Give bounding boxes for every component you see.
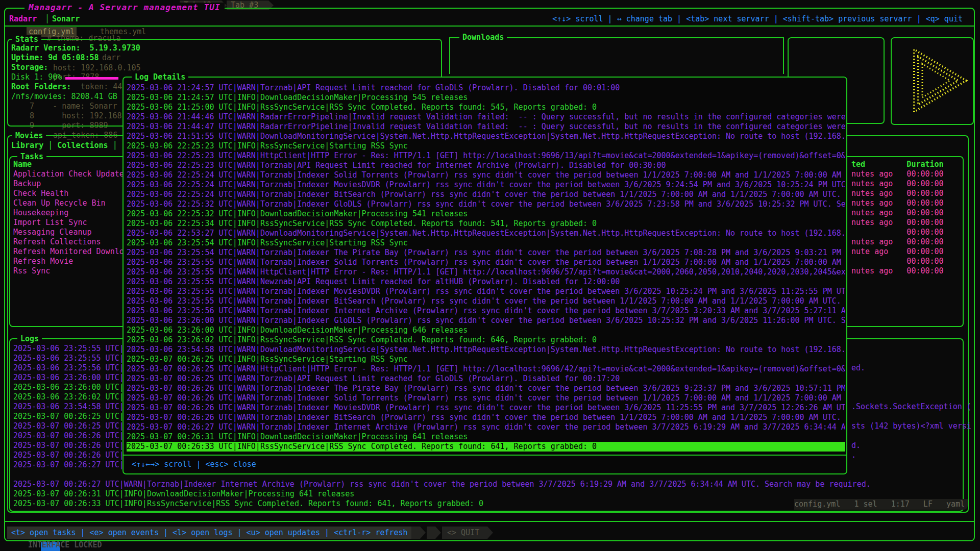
log-detail-row[interactable]: 2025-03-06 21:25:00 UTC|INFO|RssSyncServ… <box>127 103 845 112</box>
task-row[interactable]: Refresh Collections <box>13 237 124 247</box>
task-row[interactable]: Refresh Movie <box>13 257 124 266</box>
log-detail-row[interactable]: 2025-03-06 23:26:00 UTC|INFO|DownloadDec… <box>127 325 845 335</box>
task-row-values: 00:00:00 <box>851 257 944 266</box>
log-detail-row[interactable]: 2025-03-06 23:26:02 UTC|INFO|RssSyncServ… <box>127 335 845 345</box>
downloads-left-border <box>449 38 450 74</box>
log-detail-row[interactable]: 2025-03-06 23:25:55 UTC|WARN|HttpClient|… <box>127 267 845 277</box>
disk-usage-gauge <box>65 77 118 80</box>
task-row[interactable]: Application Check Update <box>13 169 124 179</box>
log-detail-row[interactable]: 2025-03-07 00:26:26 UTC|WARN|Torznab|Ind… <box>127 403 845 413</box>
log-detail-row[interactable]: 2025-03-07 00:26:26 UTC|WARN|Torznab|Ind… <box>127 413 845 422</box>
task-row-values: nutes ago 00:00:00 <box>851 266 944 276</box>
servarr-tab-separator: │ <box>45 14 50 24</box>
log-detail-row[interactable]: 2025-03-06 23:26:00 UTC|WARN|Torznab|Ind… <box>127 316 845 325</box>
log-row[interactable]: 2025-03-06 23:54:58 UTC| <box>13 402 124 412</box>
top-help-text: <↑↓> scroll | ↔ change tab | <tab> next … <box>552 14 963 24</box>
task-row-values: nutes ago 00:00:00 <box>851 237 944 247</box>
log-detail-row[interactable]: 2025-03-06 21:44:47 UTC|WARN|RadarrError… <box>127 122 845 132</box>
task-row[interactable]: Import List Sync <box>13 218 124 228</box>
log-detail-row[interactable]: 2025-03-06 21:24:57 UTC|WARN|Torznab|API… <box>127 83 845 93</box>
movies-panel-title: Movies <box>12 131 46 140</box>
task-row[interactable]: Backup <box>13 179 124 189</box>
log-detail-row[interactable]: 2025-03-06 22:25:32 UTC|INFO|DownloadDec… <box>127 209 845 219</box>
log-row[interactable]: 2025-03-07 00:26:26 UTC| <box>13 431 124 441</box>
tasks-header-name: Name <box>13 160 32 169</box>
log-detail-row[interactable]: 2025-03-06 23:25:55 UTC|WARN|Torznab|Ind… <box>127 258 845 267</box>
stats-row: /nfs/movies: 8208.41 GB f <box>11 92 140 102</box>
keybar[interactable]: <t> open tasks | <e> open events | <l> o… <box>7 527 420 539</box>
stats-panel-title: Stats <box>12 35 41 44</box>
log-detail-row[interactable]: 2025-03-06 23:25:54 UTC|INFO|RssSyncServ… <box>127 238 845 248</box>
stats-row: Root Folders: <box>11 82 140 92</box>
log-detail-row[interactable]: 2025-03-06 22:25:24 UTC|WARN|Torznab|Ind… <box>127 190 845 199</box>
log-row[interactable]: 2025-03-07 00:26:25 UTC| <box>13 421 124 431</box>
log-row-fragment <box>851 383 971 392</box>
app-header-divider <box>5 26 974 27</box>
log-detail-row[interactable]: 2025-03-06 23:25:54 UTC|WARN|Torznab|Ind… <box>127 248 845 258</box>
tab-radarr[interactable]: Radarr <box>9 14 37 24</box>
task-row[interactable]: Rss Sync <box>13 266 124 276</box>
app-title: Managarr - A Servarr management TUI <box>24 3 225 13</box>
log-detail-row[interactable]: 2025-03-06 23:25:56 UTC|WARN|Torznab|Ind… <box>127 306 845 316</box>
log-detail-row[interactable]: 2025-03-07 00:26:25 UTC|WARN|Torznab|API… <box>127 374 845 384</box>
tasks-name-rows: Application Check UpdateBackupCheck Heal… <box>13 169 124 276</box>
editor-status-line: config.yml 1 sel 1:17 LF yaml <box>794 499 968 510</box>
task-row[interactable]: Check Health <box>13 189 124 198</box>
log-detail-row[interactable]: 2025-03-07 00:26:26 UTC|WARN|Torznab|Ind… <box>127 384 845 393</box>
log-detail-row[interactable]: 2025-03-06 21:51:55 UTC|WARN|DownloadMon… <box>127 132 845 141</box>
stats-row: Radarr Version: 5.19.3.9730 <box>11 43 140 53</box>
task-row-values: nutes ago 00:00:00 <box>851 208 944 218</box>
log-row[interactable]: 2025-03-07 00:26:26 UTC| <box>13 441 124 450</box>
log-row[interactable]: 2025-03-07 00:26:27 UTC| <box>13 460 124 470</box>
log-detail-row[interactable]: 2025-03-06 22:25:32 UTC|WARN|Torznab|Ind… <box>127 199 845 209</box>
task-row-values: nutes ago 00:00:00 <box>851 189 944 198</box>
stats-row: Storage: <box>11 63 140 72</box>
task-row-values: nutes ago 00:00:00 <box>851 218 944 228</box>
log-row[interactable]: 2025-03-06 23:25:55 UTC| <box>13 344 124 354</box>
task-row[interactable]: Refresh Monitored Downlo <box>13 247 124 257</box>
log-row[interactable]: 2025-03-07 00:26:33 UTC|INFO|RssSyncServ… <box>13 499 871 509</box>
log-row-fragment <box>851 373 971 383</box>
log-detail-row[interactable]: 2025-03-06 22:25:23 UTC|WARN|HttpClient|… <box>127 151 845 161</box>
log-detail-row[interactable]: 2025-03-06 22:53:27 UTC|WARN|DownloadMon… <box>127 229 845 238</box>
log-detail-row[interactable]: 2025-03-06 23:54:58 UTC|WARN|DownloadMon… <box>127 345 845 355</box>
log-row[interactable]: 2025-03-06 23:26:02 UTC| <box>13 392 124 402</box>
log-detail-row[interactable]: 2025-03-06 23:25:55 UTC|WARN|Newznab|API… <box>127 277 845 287</box>
log-row[interactable]: 2025-03-06 23:26:00 UTC| <box>13 383 124 392</box>
log-detail-row[interactable]: 2025-03-06 22:25:34 UTC|INFO|RssSyncServ… <box>127 219 845 229</box>
movies-tabs[interactable]: Library │ Collections │ <box>11 141 117 151</box>
log-detail-row[interactable]: 2025-03-06 22:25:23 UTC|WARN|Torznab|API… <box>127 161 845 170</box>
log-row[interactable]: 2025-03-06 23:25:55 UTC| <box>13 354 124 363</box>
log-detail-row[interactable]: 2025-03-07 00:26:26 UTC|WARN|Torznab|Ind… <box>127 393 845 403</box>
log-detail-row[interactable]: 2025-03-07 00:26:25 UTC|WARN|HttpClient|… <box>127 364 845 374</box>
log-detail-row[interactable]: 2025-03-06 22:25:24 UTC|WARN|Torznab|Ind… <box>127 170 845 180</box>
task-row[interactable]: Messaging Cleanup <box>13 228 124 237</box>
logs-left-rows: 2025-03-06 23:25:55 UTC|2025-03-06 23:25… <box>13 344 124 470</box>
log-detail-row[interactable]: 2025-03-07 00:26:31 UTC|INFO|DownloadDec… <box>127 432 845 442</box>
log-row[interactable]: 2025-03-07 00:26:31 UTC|INFO|DownloadDec… <box>13 489 871 499</box>
log-row[interactable]: 2025-03-07 00:26:25 UTC| <box>13 412 124 421</box>
tab-sonarr[interactable]: Sonarr <box>52 14 80 24</box>
log-detail-row[interactable]: 2025-03-06 21:24:57 UTC|INFO|DownloadDec… <box>127 93 845 103</box>
log-detail-row[interactable]: 2025-03-06 22:25:24 UTC|WARN|Torznab|Ind… <box>127 180 845 190</box>
task-row[interactable]: Housekeeping <box>13 208 124 218</box>
log-row[interactable]: 2025-03-07 00:26:26 UTC| <box>13 450 124 460</box>
log-row[interactable]: 2025-03-06 23:25:56 UTC| <box>13 363 124 373</box>
log-row[interactable]: 2025-03-06 23:26:00 UTC| <box>13 373 124 383</box>
stats-row: Uptime: 9d 05:08:58 <box>11 53 140 63</box>
log-detail-row[interactable]: 2025-03-06 23:25:55 UTC|WARN|Torznab|Ind… <box>127 287 845 296</box>
log-detail-row[interactable]: 2025-03-07 00:26:27 UTC|WARN|Torznab|Ind… <box>127 422 845 432</box>
log-detail-row[interactable]: 2025-03-07 00:26:25 UTC|INFO|RssSyncServ… <box>127 355 845 364</box>
log-detail-row[interactable]: 2025-03-06 22:25:23 UTC|INFO|RssSyncServ… <box>127 141 845 151</box>
task-row[interactable]: Clean Up Recycle Bin <box>13 198 124 208</box>
log-row[interactable]: 2025-03-07 00:26:27 UTC|WARN|Torznab|Ind… <box>13 480 871 489</box>
log-detail-row[interactable]: 2025-03-07 00:26:33 UTC|INFO|RssSyncServ… <box>127 442 845 452</box>
task-row-values: 00:00:00 <box>851 228 944 237</box>
log-detail-row[interactable]: 2025-03-06 21:44:46 UTC|WARN|RadarrError… <box>127 112 845 122</box>
log-row-fragment: .Sockets.SocketException ( <box>851 402 971 412</box>
log-details-title: Log Details <box>132 72 188 82</box>
log-details-lines: 2025-03-06 21:24:57 UTC|WARN|Torznab|API… <box>127 83 845 452</box>
tasks-header-executed-duration: ted Duration <box>851 160 944 169</box>
log-detail-row[interactable]: 2025-03-06 23:25:55 UTC|WARN|Torznab|Ind… <box>127 296 845 306</box>
downloads-panel-title: Downloads <box>459 33 507 42</box>
